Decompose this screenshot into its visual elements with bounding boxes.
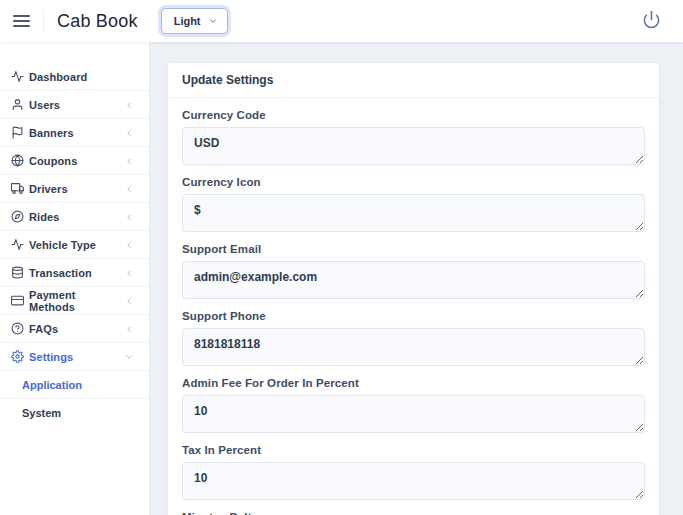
field-label: Support Phone [182,310,645,322]
globe-icon [11,154,24,167]
menu-toggle-button[interactable] [13,15,30,27]
sidebar-item-label: FAQs [29,323,58,335]
currency-code-input[interactable] [182,127,645,165]
field-label: Currency Icon [182,176,645,188]
flag-icon [11,126,24,139]
sidebar-item-transaction[interactable]: Transaction [0,259,149,287]
sidebar-item-payment-methods[interactable]: Payment Methods [0,287,149,315]
currency-icon-input[interactable] [182,194,645,232]
chevron-left-icon [124,184,134,194]
chevron-down-icon [124,352,134,362]
sidebar-item-label: Dashboard [29,71,87,83]
field-label: Currency Code [182,109,645,121]
support-phone-input[interactable] [182,328,645,366]
compass-icon [11,210,24,223]
app-header: Cab Book Light [0,0,683,42]
help-circle-icon [11,322,24,335]
card-title: Update Settings [168,63,659,98]
power-icon [642,10,661,32]
sidebar-item-vehicle-type[interactable]: Vehicle Type [0,231,149,259]
sidebar-item-dashboard[interactable]: Dashboard [0,63,149,91]
sidebar: DashboardUsersBannersCouponsDriversRides… [0,42,150,515]
sidebar-item-banners[interactable]: Banners [0,119,149,147]
field-label: Admin Fee For Order In Percent [182,377,645,389]
field-group-tax-in-percent: Tax In Percent [182,444,645,504]
database-icon [11,266,24,279]
sidebar-item-users[interactable]: Users [0,91,149,119]
chevron-down-icon [208,14,218,29]
field-group-support-phone: Support Phone [182,310,645,370]
chevron-left-icon [124,156,134,166]
sidebar-item-label: Coupons [29,155,77,167]
sidebar-nav: DashboardUsersBannersCouponsDriversRides… [0,63,149,427]
sidebar-item-label: Banners [29,127,74,139]
tax-in-percent-input[interactable] [182,462,645,500]
sidebar-item-label: Rides [29,211,59,223]
sidebar-item-label: Settings [29,351,73,363]
sidebar-item-faqs[interactable]: FAQs [0,315,149,343]
admin-fee-for-order-in-percent-input[interactable] [182,395,645,433]
activity-icon [11,238,24,251]
theme-dropdown[interactable]: Light [161,8,228,34]
settings-card: Update Settings Currency CodeCurrency Ic… [168,63,659,515]
field-group-minutes-delta: Minutes Delta [182,511,645,515]
chevron-left-icon [124,240,134,250]
field-group-support-email: Support Email [182,243,645,303]
sidebar-item-drivers[interactable]: Drivers [0,175,149,203]
sidebar-subitem-system[interactable]: System [0,399,149,427]
chevron-left-icon [124,212,134,222]
user-icon [11,98,24,111]
field-group-currency-code: Currency Code [182,109,645,169]
chevron-left-icon [124,268,134,278]
sidebar-subitem-label: System [22,407,61,419]
activity-icon [11,70,24,83]
sidebar-item-coupons[interactable]: Coupons [0,147,149,175]
sidebar-subitem-label: Application [22,379,82,391]
app-title: Cab Book [57,11,138,32]
chevron-left-icon [124,100,134,110]
field-label: Minutes Delta [182,511,645,515]
sidebar-item-label: Transaction [29,267,92,279]
sidebar-item-label: Vehicle Type [29,239,96,251]
credit-card-icon [11,294,24,307]
chevron-left-icon [124,296,134,306]
field-label: Support Email [182,243,645,255]
sidebar-item-settings[interactable]: Settings [0,343,149,371]
main-content: Update Settings Currency CodeCurrency Ic… [150,42,683,515]
support-email-input[interactable] [182,261,645,299]
sidebar-item-label: Payment Methods [29,289,124,313]
field-group-admin-fee-for-order-in-percent: Admin Fee For Order In Percent [182,377,645,437]
sidebar-item-label: Users [29,99,60,111]
truck-icon [11,182,24,195]
sidebar-subitem-application[interactable]: Application [0,371,149,399]
sidebar-item-label: Drivers [29,183,68,195]
hamburger-icon [13,15,30,17]
field-group-currency-icon: Currency Icon [182,176,645,236]
sidebar-item-rides[interactable]: Rides [0,203,149,231]
chevron-left-icon [124,128,134,138]
settings-form: Currency CodeCurrency IconSupport EmailS… [168,98,659,515]
logout-button[interactable] [640,8,663,34]
gear-icon [11,350,24,363]
chevron-left-icon [124,324,134,334]
theme-dropdown-label: Light [174,15,201,27]
field-label: Tax In Percent [182,444,645,456]
header-divider [43,10,44,32]
